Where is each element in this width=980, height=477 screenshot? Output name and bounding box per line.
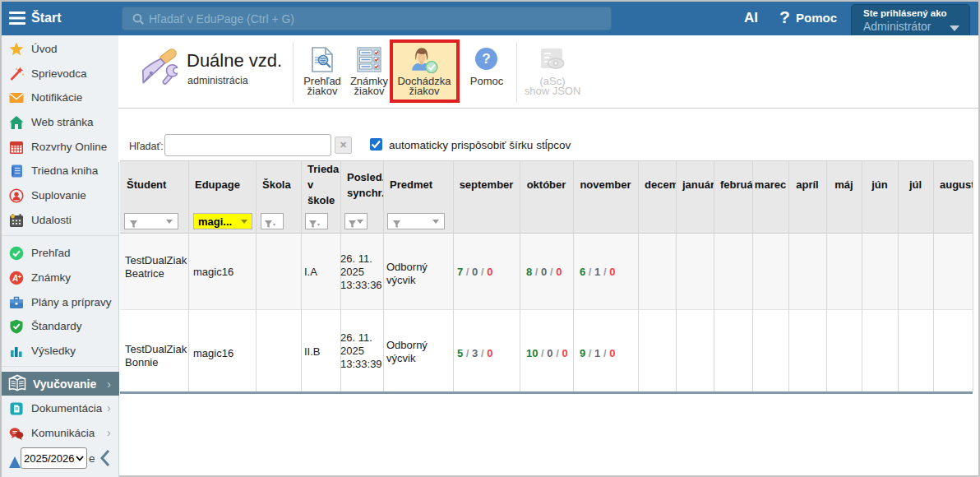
- svg-text:+: +: [18, 273, 22, 280]
